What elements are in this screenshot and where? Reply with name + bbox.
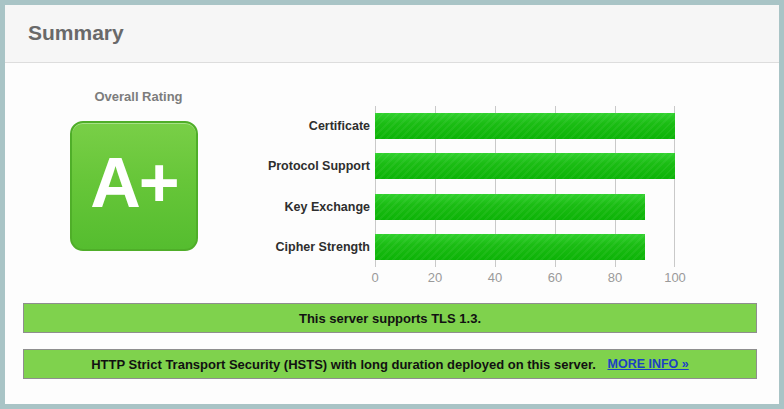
tls-support-banner: This server supports TLS 1.3. — [23, 303, 757, 333]
tls-support-text: This server supports TLS 1.3. — [299, 311, 481, 326]
score-bar — [375, 234, 645, 260]
overall-rating-label: Overall Rating — [65, 89, 212, 104]
category-label: Certificate — [202, 106, 370, 146]
chart-labels: CertificateProtocol SupportKey ExchangeC… — [202, 106, 370, 267]
summary-panel: Summary Overall Rating A+ CertificatePro… — [0, 0, 784, 409]
x-tick-label: 80 — [608, 270, 622, 285]
category-label: Cipher Strength — [202, 227, 370, 267]
panel-header: Summary — [5, 5, 779, 63]
grade-value: A+ — [90, 148, 177, 224]
grade-badge: A+ — [70, 121, 198, 251]
bar-row — [375, 187, 675, 227]
category-label: Protocol Support — [202, 146, 370, 186]
bar-row — [375, 227, 675, 267]
hsts-banner: HTTP Strict Transport Security (HSTS) wi… — [23, 349, 757, 379]
score-bar — [375, 194, 645, 220]
more-info-link[interactable]: MORE INFO » — [608, 357, 689, 371]
page-title: Summary — [28, 21, 779, 45]
x-tick-label: 60 — [548, 270, 562, 285]
x-tick-label: 0 — [371, 270, 378, 285]
panel-content: Overall Rating A+ CertificateProtocol Su… — [5, 63, 779, 404]
bar-row — [375, 146, 675, 186]
category-label: Key Exchange — [202, 187, 370, 227]
hsts-text: HTTP Strict Transport Security (HSTS) wi… — [91, 357, 599, 372]
bar-row — [375, 106, 675, 146]
x-tick-label: 100 — [664, 270, 686, 285]
x-tick-label: 40 — [488, 270, 502, 285]
bar-chart-plot — [375, 106, 675, 267]
score-bar — [375, 153, 675, 179]
chart-x-axis: 020406080100 — [375, 270, 675, 288]
score-bar — [375, 113, 675, 139]
x-tick-label: 20 — [428, 270, 442, 285]
